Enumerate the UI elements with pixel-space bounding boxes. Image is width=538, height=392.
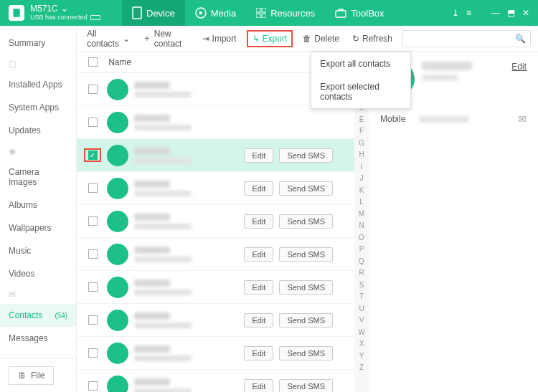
export-all-option[interactable]: Export all contacts — [311, 52, 410, 75]
sidebar-item-system-apps[interactable]: System Apps — [0, 96, 76, 119]
nav-resources[interactable]: Resources — [246, 0, 325, 26]
alpha-letter[interactable]: Y — [359, 350, 364, 362]
file-button[interactable]: 🗎 File — [9, 366, 54, 385]
alpha-letter[interactable]: U — [359, 303, 364, 315]
edit-button[interactable]: Edit — [244, 181, 273, 196]
row-checkbox[interactable] — [88, 348, 98, 358]
alpha-letter[interactable]: E — [359, 114, 364, 125]
contact-row[interactable]: EditSend SMS — [77, 337, 354, 370]
contact-row[interactable]: EditSend SMS — [77, 139, 354, 172]
alpha-letter[interactable]: Z — [359, 362, 364, 373]
sidebar-item-videos[interactable]: Videos — [0, 262, 76, 285]
contact-row[interactable] — [77, 106, 354, 139]
close-button[interactable]: ✕ — [522, 8, 529, 18]
alpha-letter[interactable]: G — [359, 138, 364, 149]
refresh-button[interactable]: ↻Refresh — [349, 31, 395, 47]
mail-icon[interactable]: ✉ — [518, 113, 527, 125]
row-checkbox[interactable] — [88, 381, 98, 391]
send-sms-button[interactable]: Send SMS — [279, 148, 333, 163]
alpha-letter[interactable]: W — [358, 327, 364, 338]
download-icon[interactable]: ⤓ — [452, 8, 459, 18]
send-sms-button[interactable]: Send SMS — [279, 346, 333, 360]
alpha-letter[interactable]: P — [359, 244, 364, 255]
row-checkbox[interactable] — [88, 282, 98, 292]
row-checkbox[interactable] — [88, 118, 98, 127]
row-checkbox[interactable] — [88, 85, 98, 94]
alpha-letter[interactable]: Q — [359, 256, 364, 267]
search-box[interactable]: 🔍 — [402, 30, 531, 47]
edit-button[interactable]: Edit — [244, 148, 273, 163]
alpha-letter[interactable]: V — [359, 315, 364, 326]
import-button[interactable]: ⇥Import — [199, 31, 240, 47]
sidebar-item-updates[interactable]: Updates — [0, 119, 76, 142]
sidebar-item-messages[interactable]: Messages — [0, 327, 76, 350]
alpha-letter[interactable]: F — [359, 125, 364, 137]
search-input[interactable] — [407, 34, 515, 44]
maximize-button[interactable]: ⬒ — [507, 8, 515, 18]
contact-row[interactable]: EditSend SMS — [77, 370, 354, 392]
alpha-letter[interactable]: K — [359, 185, 364, 196]
alpha-letter[interactable]: S — [359, 279, 364, 291]
select-all-checkbox[interactable] — [88, 57, 98, 67]
search-icon[interactable]: 🔍 — [515, 34, 526, 44]
sidebar-item-camera-images[interactable]: Camera Images — [0, 161, 76, 193]
menu-icon[interactable]: ≡ — [466, 8, 471, 18]
row-checkbox[interactable] — [88, 315, 98, 325]
device-selector[interactable]: M571C⌄ USB has connected — [0, 4, 122, 21]
send-sms-button[interactable]: Send SMS — [279, 313, 333, 328]
nav-toolbox[interactable]: ToolBox — [325, 0, 394, 26]
sidebar-item-installed-apps[interactable]: Installed Apps — [0, 73, 76, 96]
sidebar-item-music[interactable]: Music — [0, 239, 76, 262]
send-sms-button[interactable]: Send SMS — [279, 379, 333, 393]
edit-button[interactable]: Edit — [244, 379, 273, 393]
new-contact-button[interactable]: ＋New contact — [140, 26, 192, 52]
row-checkbox[interactable] — [88, 216, 98, 226]
alpha-letter[interactable]: N — [359, 220, 364, 231]
edit-button[interactable]: Edit — [244, 247, 273, 262]
nav-device[interactable]: Device — [122, 0, 185, 26]
alpha-letter[interactable]: X — [359, 338, 364, 350]
filter-dropdown[interactable]: All contacts⌄ — [84, 26, 133, 52]
minimize-button[interactable]: — — [491, 8, 500, 18]
sidebar-item-contacts[interactable]: Contacts(54) — [0, 304, 76, 327]
send-sms-button[interactable]: Send SMS — [279, 181, 333, 196]
toolbar: All contacts⌄ ＋New contact ⇥Import ↳Expo… — [77, 26, 538, 52]
send-sms-button[interactable]: Send SMS — [279, 280, 333, 295]
alpha-letter[interactable]: R — [359, 267, 364, 279]
sidebar-item-summary[interactable]: Summary — [0, 32, 76, 54]
export-selected-option[interactable]: Export selected contacts — [311, 75, 410, 108]
edit-button[interactable]: Edit — [244, 346, 273, 360]
detail-name-block — [422, 62, 504, 81]
send-sms-button[interactable]: Send SMS — [279, 247, 333, 262]
sidebar-label: Installed Apps — [9, 80, 62, 90]
export-button[interactable]: ↳Export — [247, 30, 293, 47]
row-checkbox[interactable] — [88, 249, 98, 259]
alpha-letter[interactable]: H — [359, 149, 364, 161]
send-sms-button[interactable]: Send SMS — [279, 214, 333, 229]
nav-media[interactable]: Media — [185, 0, 246, 26]
edit-button[interactable]: Edit — [244, 214, 273, 229]
contact-row[interactable]: EditSend SMS — [77, 172, 354, 205]
alpha-letter[interactable]: I — [361, 161, 363, 173]
alpha-letter[interactable]: M — [359, 209, 364, 220]
alpha-letter[interactable]: T — [359, 291, 364, 302]
sidebar-item-albums[interactable]: Albums — [0, 193, 76, 216]
contact-row[interactable]: EditSend SMS — [77, 205, 354, 238]
edit-button[interactable]: Edit — [244, 313, 273, 328]
sidebar-label: Updates — [9, 125, 41, 135]
alpha-letter[interactable]: J — [360, 173, 364, 184]
detail-edit-link[interactable]: Edit — [511, 62, 527, 72]
alpha-letter[interactable]: L — [359, 196, 364, 208]
contact-row[interactable]: EditSend SMS — [77, 238, 354, 271]
contact-avatar — [107, 79, 128, 100]
edit-button[interactable]: Edit — [244, 280, 273, 295]
svg-rect-7 — [336, 11, 346, 17]
row-checkbox[interactable] — [88, 150, 98, 160]
row-checkbox[interactable] — [88, 183, 98, 193]
sidebar-item-wallpapers[interactable]: Wallpapers — [0, 216, 76, 239]
column-name: Name — [108, 57, 131, 67]
contact-row[interactable]: EditSend SMS — [77, 271, 354, 304]
delete-button[interactable]: 🗑Delete — [300, 31, 342, 47]
contact-row[interactable]: EditSend SMS — [77, 304, 354, 337]
alpha-letter[interactable]: O — [359, 232, 364, 244]
